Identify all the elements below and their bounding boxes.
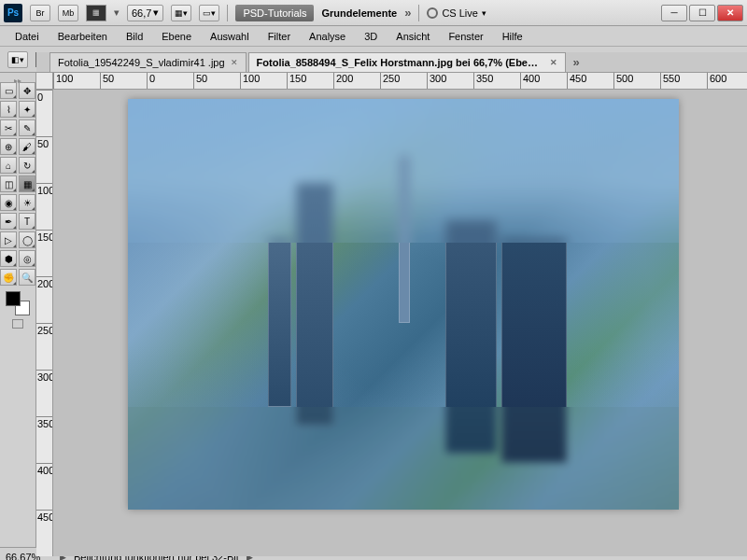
- tool-crop[interactable]: ✂: [0, 119, 17, 136]
- ruler-horizontal: 1005005010015020025030035040045050055060…: [53, 73, 747, 90]
- menu-bearbeiten[interactable]: Bearbeiten: [49, 28, 117, 45]
- tool-zoom[interactable]: 🔍: [19, 269, 35, 286]
- arrange-button[interactable]: ▦▾: [171, 5, 191, 21]
- menu-filter[interactable]: Filter: [259, 28, 300, 45]
- tool-hand[interactable]: ✊: [0, 269, 17, 286]
- document-tab-active[interactable]: Fotolia_8588494_S_Felix Horstmann.jpg be…: [248, 52, 566, 72]
- tool-dodge[interactable]: ☀: [19, 194, 35, 211]
- screenmode-button[interactable]: ▭▾: [199, 5, 219, 21]
- more-icon[interactable]: »: [404, 6, 411, 20]
- tool-eraser[interactable]: ◫: [0, 175, 17, 192]
- maximize-button[interactable]: ☐: [689, 5, 715, 21]
- minibridge-button[interactable]: Mb: [58, 5, 78, 21]
- tool-move[interactable]: ✥: [19, 82, 35, 99]
- menu-analyse[interactable]: Analyse: [300, 28, 355, 45]
- tool-brush[interactable]: 🖌: [19, 138, 35, 155]
- cs-live-button[interactable]: CS Live▾: [427, 7, 486, 19]
- ruler-vertical: 050100150200250300350400450: [36, 90, 53, 556]
- close-tab-icon[interactable]: ✕: [231, 58, 238, 67]
- canvas[interactable]: [53, 90, 747, 556]
- minimize-button[interactable]: ─: [661, 5, 687, 21]
- tool-lasso[interactable]: ⌇: [0, 101, 17, 118]
- document-tab[interactable]: Fotolia_19542249_S_vladimir41 .jpg✕: [49, 52, 247, 72]
- menu-datei[interactable]: Datei: [6, 28, 49, 45]
- menubar: Datei Bearbeiten Bild Ebene Auswahl Filt…: [0, 26, 747, 47]
- titlebar: Ps Br Mb ▦ ▾ 66,7▾ ▦▾ ▭▾ PSD-Tutorials G…: [0, 0, 747, 26]
- document-image: [128, 99, 679, 510]
- color-swatches[interactable]: [6, 291, 30, 315]
- tool-type[interactable]: T: [19, 213, 35, 230]
- menu-bild[interactable]: Bild: [117, 28, 152, 45]
- close-button[interactable]: ✕: [717, 5, 743, 21]
- tool-blur[interactable]: ◉: [0, 194, 17, 211]
- zoom-dropdown[interactable]: 66,7▾: [127, 5, 163, 21]
- menu-ansicht[interactable]: Ansicht: [387, 28, 439, 45]
- menu-ebene[interactable]: Ebene: [152, 28, 201, 45]
- foreground-color-swatch[interactable]: [6, 291, 21, 306]
- filmstrip-icon[interactable]: ▦: [86, 5, 106, 21]
- bridge-button[interactable]: Br: [30, 5, 50, 21]
- tool-3d-camera[interactable]: ◎: [19, 250, 35, 267]
- tool-3d-object[interactable]: ⬢: [0, 250, 17, 267]
- tool-history-brush[interactable]: ↻: [19, 157, 35, 174]
- tool-wand[interactable]: ✦: [19, 101, 35, 118]
- tool-path-select[interactable]: ▷: [0, 231, 17, 248]
- canvas-area: Fotolia_19542249_S_vladimir41 .jpg✕ Foto…: [36, 73, 747, 547]
- tools-panel: ▸▸ ▭ ✥ ⌇ ✦ ✂ ✎ ⊕ 🖌 ⌂ ↻ ◫ ▦ ◉ ☀ ✒ T ▷ ◯ ⬢…: [0, 73, 36, 547]
- tool-shape[interactable]: ◯: [19, 231, 35, 248]
- tool-stamp[interactable]: ⌂: [0, 157, 17, 174]
- workspace-label[interactable]: Grundelemente: [321, 7, 397, 19]
- tabs-overflow-icon[interactable]: »: [573, 55, 580, 69]
- photoshop-logo[interactable]: Ps: [4, 4, 22, 22]
- psd-tutorials-badge[interactable]: PSD-Tutorials: [235, 5, 314, 21]
- close-tab-icon[interactable]: ✕: [550, 58, 557, 67]
- quickmask-button[interactable]: [12, 319, 23, 329]
- tool-heal[interactable]: ⊕: [0, 138, 17, 155]
- menu-auswahl[interactable]: Auswahl: [201, 28, 259, 45]
- tool-pen[interactable]: ✒: [0, 213, 17, 230]
- cs-live-icon: [427, 7, 438, 19]
- tool-eyedropper[interactable]: ✎: [19, 119, 35, 136]
- tool-preset-button[interactable]: ◧▾: [7, 51, 28, 68]
- menu-3d[interactable]: 3D: [355, 28, 387, 45]
- menu-hilfe[interactable]: Hilfe: [493, 28, 532, 45]
- tool-gradient[interactable]: ▦: [19, 175, 35, 192]
- tool-marquee[interactable]: ▭: [0, 82, 17, 99]
- menu-fenster[interactable]: Fenster: [439, 28, 492, 45]
